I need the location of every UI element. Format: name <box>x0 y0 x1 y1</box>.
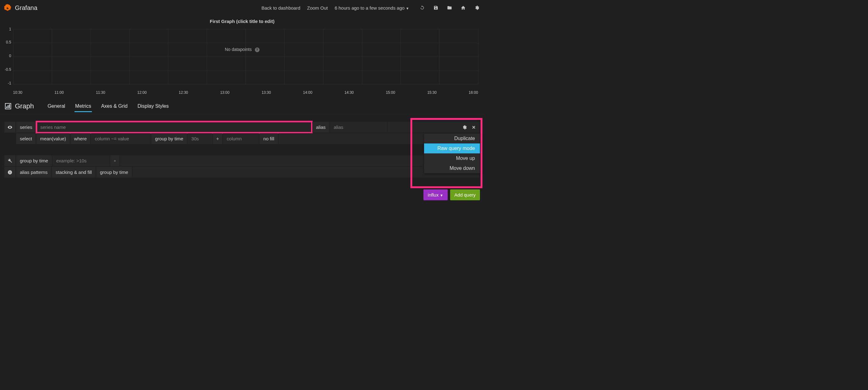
query-editor: series series name alias alias select me… <box>0 114 484 147</box>
svg-rect-4 <box>9 104 10 108</box>
y-tick: 0 <box>2 54 11 58</box>
groupby-label: group by time <box>16 155 52 166</box>
editor-tab-row: Graph General Metrics Axes & Grid Displa… <box>0 99 484 114</box>
close-icon[interactable] <box>471 125 476 130</box>
plus-icon <box>215 137 220 141</box>
groupby-placeholder: example: >10s <box>56 158 87 163</box>
save-icon[interactable] <box>433 5 438 10</box>
help-icon[interactable]: ? <box>255 48 259 52</box>
time-range-picker[interactable]: 6 hours ago to a few seconds ago▼ <box>335 5 409 10</box>
where-placeholder: column ~= value <box>95 136 129 141</box>
svg-rect-3 <box>8 105 9 108</box>
x-tick: 14:30 <box>345 90 354 95</box>
brand-name[interactable]: Grafana <box>15 4 37 11</box>
series-placeholder: series name <box>40 124 66 130</box>
info-button[interactable] <box>4 167 16 178</box>
eye-toggle[interactable] <box>4 122 16 132</box>
wrench-icon <box>7 158 12 163</box>
alias-placeholder: alias <box>334 124 343 130</box>
groupby-input[interactable]: example: >10s <box>53 155 110 166</box>
x-tick: 12:30 <box>179 90 188 95</box>
refresh-icon[interactable] <box>420 5 425 10</box>
tab-axes-grid[interactable]: Axes & Grid <box>101 102 128 110</box>
datasource-label: influx <box>428 192 439 198</box>
series-name-input[interactable]: series name <box>37 122 312 132</box>
query-settings-menu: Duplicate Raw query mode Move up Move do… <box>424 133 480 173</box>
alias-input[interactable]: alias <box>330 122 387 132</box>
svg-rect-2 <box>6 107 7 108</box>
zoom-out-link[interactable]: Zoom Out <box>307 5 328 10</box>
add-query-button[interactable]: Add query <box>450 189 480 200</box>
topbar: Grafana Back to dashboard Zoom Out 6 hou… <box>0 0 484 16</box>
x-tick: 15:30 <box>427 90 436 95</box>
fill-selector[interactable]: no fill <box>259 133 278 144</box>
no-datapoints-message: No datapoints ? <box>0 47 484 52</box>
column-placeholder: column <box>227 136 242 141</box>
bar-chart-icon <box>4 102 12 110</box>
x-tick: 11:30 <box>96 90 105 95</box>
gear-icon[interactable] <box>474 5 479 10</box>
tab-general[interactable]: General <box>47 102 66 110</box>
eye-icon <box>7 125 12 130</box>
groupby-time-input[interactable]: 30s <box>187 133 212 144</box>
panel-title[interactable]: First Graph (click title to edit) <box>0 16 484 24</box>
x-tick: 13:30 <box>262 90 271 95</box>
tab-display-styles[interactable]: Display Styles <box>137 102 169 110</box>
y-tick: 1 <box>2 27 11 31</box>
topbar-right: Back to dashboard Zoom Out 6 hours ago t… <box>261 5 480 10</box>
gear-icon[interactable] <box>462 125 467 130</box>
footer-buttons: influx▼ Add query <box>0 181 484 209</box>
query-row-1: series series name alias alias <box>4 122 480 132</box>
svg-text:?: ? <box>115 160 115 161</box>
alias-patterns-link[interactable]: alias patterns <box>16 167 51 178</box>
select-value[interactable]: mean(value) <box>36 133 69 144</box>
topbar-icons <box>420 5 480 10</box>
y-tick: 0.5 <box>2 40 11 44</box>
info-icon <box>7 170 12 175</box>
x-tick: 11:00 <box>54 90 64 95</box>
wrench-button[interactable] <box>4 155 16 166</box>
y-tick: -1 <box>2 81 11 85</box>
menu-raw-query-mode[interactable]: Raw query mode <box>424 144 480 153</box>
menu-move-up[interactable]: Move up <box>424 153 480 163</box>
grafana-logo <box>4 4 12 12</box>
x-tick: 13:00 <box>220 90 229 95</box>
panel-type-label[interactable]: Graph <box>15 102 34 110</box>
menu-move-down[interactable]: Move down <box>424 163 480 173</box>
groupby-time-placeholder: 30s <box>191 136 199 141</box>
groupby-time-link[interactable]: group by time <box>96 167 132 178</box>
editor-body: series series name alias alias select me… <box>0 114 484 209</box>
x-tick: 10:30 <box>13 90 22 95</box>
where-label: where <box>70 133 91 144</box>
column-input[interactable]: column <box>223 133 259 144</box>
no-data-text: No datapoints <box>225 47 251 52</box>
query-row-2: select mean(value) where column ~= value… <box>4 133 480 144</box>
add-group-button[interactable] <box>213 133 222 144</box>
panel: First Graph (click title to edit) 1 0.5 … <box>0 16 484 99</box>
help-icon: ? <box>114 159 116 163</box>
panel-options: group by time example: >10s ? alias patt… <box>0 147 484 181</box>
groupby-help[interactable]: ? <box>110 155 120 166</box>
x-tick: 16:00 <box>469 90 478 95</box>
y-tick: -0.5 <box>2 67 11 72</box>
back-to-dashboard-link[interactable]: Back to dashboard <box>261 5 300 10</box>
select-label: select <box>16 133 36 144</box>
time-range-label: 6 hours ago to a few seconds ago <box>335 5 404 10</box>
x-tick: 14:00 <box>303 90 312 95</box>
series-label: series <box>16 122 36 132</box>
x-tick: 12:00 <box>137 90 147 95</box>
alias-label: alias <box>312 122 330 132</box>
x-axis-labels: 10:30 11:00 11:30 12:00 12:30 13:00 13:3… <box>0 89 484 99</box>
panel-type: Graph <box>4 102 38 110</box>
where-input[interactable]: column ~= value <box>91 133 151 144</box>
info-row: alias patterns stacking & and fill group… <box>4 167 480 178</box>
tab-metrics[interactable]: Metrics <box>74 102 92 110</box>
folder-icon[interactable] <box>447 5 452 10</box>
menu-duplicate[interactable]: Duplicate <box>424 133 480 144</box>
stacking-fill-link[interactable]: stacking & and fill <box>52 167 96 178</box>
datasource-selector[interactable]: influx▼ <box>424 189 448 200</box>
home-icon[interactable] <box>461 5 466 10</box>
chart-area: 1 0.5 0 -0.5 -1 No datapoints ? <box>0 24 484 89</box>
query-row-tail <box>388 122 479 132</box>
x-tick: 15:00 <box>386 90 395 95</box>
